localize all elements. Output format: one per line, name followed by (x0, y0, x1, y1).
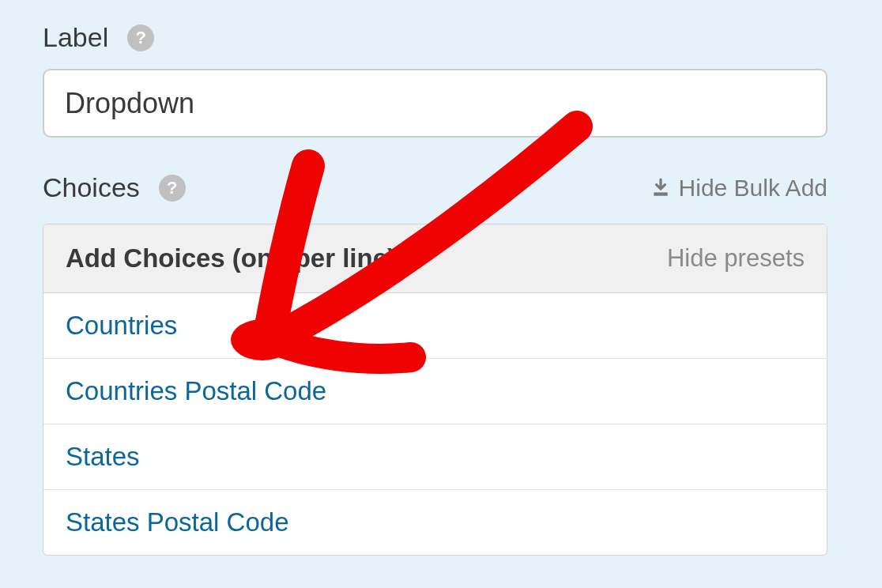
help-icon[interactable]: ? (127, 24, 154, 51)
label-input[interactable] (43, 69, 827, 138)
panel-header: Add Choices (one per line) Hide presets (43, 224, 827, 293)
choices-header-row: Choices ? Hide Bulk Add (43, 172, 827, 203)
preset-item-countries-postal-code[interactable]: Countries Postal Code (43, 359, 827, 424)
help-icon[interactable]: ? (159, 175, 186, 202)
preset-item-countries[interactable]: Countries (43, 293, 827, 359)
svg-rect-0 (654, 192, 667, 195)
field-options-panel: Label ? Choices ? Hide Bulk Add Add Choi… (0, 0, 882, 556)
presets-panel: Add Choices (one per line) Hide presets … (43, 224, 827, 556)
preset-item-states[interactable]: States (43, 424, 827, 490)
hide-presets-link[interactable]: Hide presets (667, 244, 805, 273)
panel-title: Add Choices (one per line) (66, 243, 396, 273)
choices-left: Choices ? (43, 172, 186, 203)
label-header-row: Label ? (43, 22, 839, 53)
hide-bulk-add-label: Hide Bulk Add (679, 175, 827, 202)
choices-title: Choices (43, 172, 140, 203)
preset-item-states-postal-code[interactable]: States Postal Code (43, 490, 827, 555)
hide-bulk-add-toggle[interactable]: Hide Bulk Add (650, 175, 827, 202)
download-icon (650, 178, 671, 198)
label-title: Label (43, 22, 108, 53)
